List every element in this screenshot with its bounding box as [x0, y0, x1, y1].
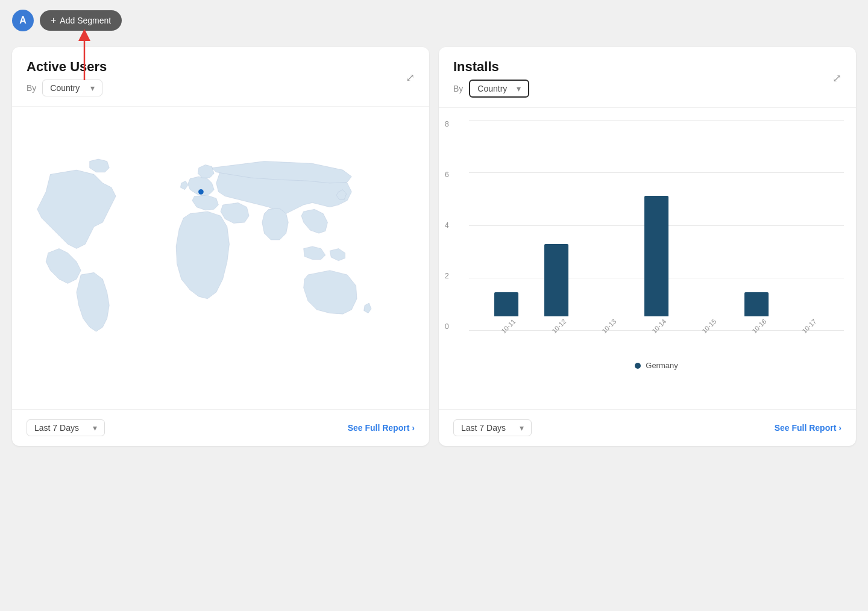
chevron-down-icon: ▾	[93, 423, 97, 433]
active-users-card: Active Users By Country ▾ ⤢ .land { fill…	[12, 47, 429, 446]
x-axis-label: 10-11	[500, 318, 517, 334]
installs-title: Installs	[453, 59, 529, 75]
y-axis: 8 6 4 2 0	[445, 120, 449, 331]
chevron-down-icon: ▾	[517, 84, 521, 93]
active-users-footer: Last 7 Days ▾ See Full Report ›	[12, 409, 429, 446]
active-users-by-label: By	[27, 83, 36, 93]
active-users-time-dropdown[interactable]: Last 7 Days ▾	[27, 419, 105, 436]
avatar: A	[12, 10, 34, 31]
expand-icon[interactable]: ⤢	[832, 72, 841, 85]
x-axis-label: 10-15	[700, 318, 717, 334]
bar-group: 10-17	[794, 120, 819, 331]
x-axis-label: 10-13	[600, 318, 617, 334]
bar-group: 10-12	[544, 120, 568, 331]
x-axis-label: 10-12	[550, 318, 567, 334]
bar	[544, 244, 568, 316]
top-bar: A + Add Segment	[0, 0, 868, 41]
y-label-8: 8	[445, 120, 449, 128]
chevron-right-icon: ›	[412, 423, 415, 433]
x-axis-label: 10-16	[750, 318, 767, 334]
expand-icon[interactable]: ⤢	[406, 71, 415, 84]
arrow-indicator	[66, 29, 102, 86]
legend-label: Germany	[646, 361, 678, 370]
bar-group: 10-14	[644, 120, 668, 331]
installs-header-left: Installs By Country ▾	[453, 59, 529, 98]
see-full-report-label: See Full Report	[348, 423, 410, 433]
see-full-report-label: See Full Report	[775, 423, 837, 433]
installs-header: Installs By Country ▾ ⤢	[439, 47, 856, 108]
x-axis-label: 10-17	[800, 318, 817, 334]
installs-by-row: By Country ▾	[453, 80, 529, 98]
y-label-2: 2	[445, 272, 449, 280]
installs-time-dropdown[interactable]: Last 7 Days ▾	[453, 419, 532, 436]
bars-container: 10-1110-1210-1310-1410-1510-1610-17	[469, 120, 844, 331]
world-map-svg: .land { fill: #d6e4f0; stroke: #aabdd4; …	[24, 119, 417, 396]
bar	[494, 292, 518, 316]
installs-by-label: By	[453, 84, 463, 93]
legend-dot	[635, 363, 641, 369]
add-segment-label: Add Segment	[60, 16, 111, 25]
installs-body: 8 6 4 2 0	[439, 108, 856, 409]
y-label-0: 0	[445, 322, 449, 331]
installs-time-label: Last 7 Days	[461, 423, 506, 433]
installs-dropdown-label: Country	[477, 84, 507, 93]
bar	[644, 196, 668, 316]
bar-group: 10-15	[694, 120, 719, 331]
y-label-4: 4	[445, 221, 449, 230]
chart-area: 8 6 4 2 0	[469, 120, 844, 349]
installs-card: Installs By Country ▾ ⤢ 8 6	[439, 47, 856, 446]
bar-group: 10-11	[494, 120, 518, 331]
installs-see-full-report[interactable]: See Full Report ›	[775, 423, 841, 433]
active-users-time-label: Last 7 Days	[34, 423, 79, 433]
x-axis-label: 10-14	[650, 318, 667, 334]
add-segment-button[interactable]: + Add Segment	[40, 10, 122, 31]
chart-legend: Germany	[469, 355, 844, 376]
bar	[744, 292, 769, 316]
chevron-down-icon: ▾	[520, 423, 524, 433]
bar-group: 10-16	[744, 120, 769, 331]
y-label-6: 6	[445, 171, 449, 179]
bar-group: 10-13	[594, 120, 618, 331]
chevron-right-icon: ›	[838, 423, 841, 433]
world-map-container: .land { fill: #d6e4f0; stroke: #aabdd4; …	[12, 107, 429, 408]
installs-country-dropdown[interactable]: Country ▾	[469, 80, 529, 98]
active-users-body: .land { fill: #d6e4f0; stroke: #aabdd4; …	[12, 107, 429, 409]
main-content: Active Users By Country ▾ ⤢ .land { fill…	[0, 41, 868, 458]
installs-footer: Last 7 Days ▾ See Full Report ›	[439, 409, 856, 446]
germany-hotspot	[198, 189, 204, 195]
active-users-see-full-report[interactable]: See Full Report ›	[348, 423, 415, 433]
plus-icon: +	[51, 15, 56, 26]
installs-chart-container: 8 6 4 2 0	[439, 108, 856, 409]
